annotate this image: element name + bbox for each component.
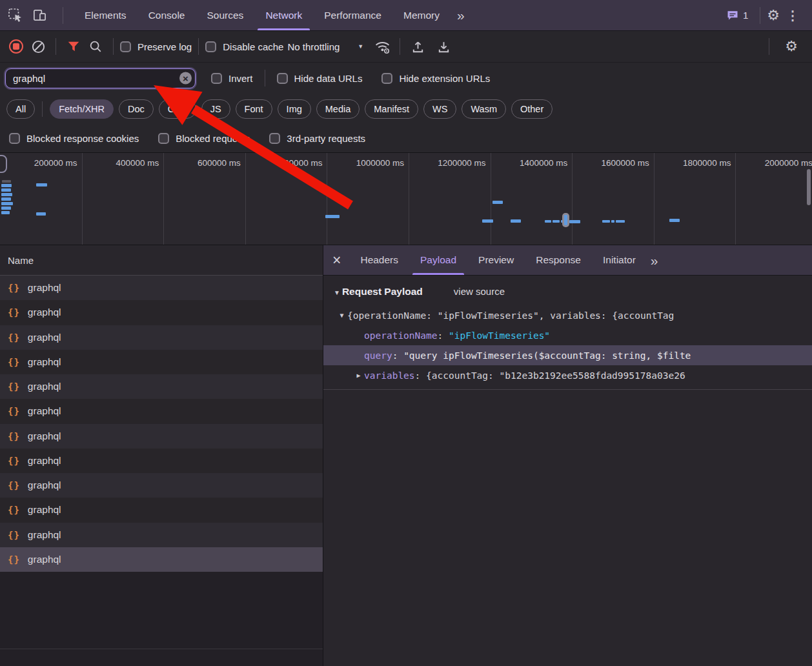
details-tab-headers[interactable]: Headers	[349, 245, 409, 275]
chip-wasm[interactable]: Wasm	[462, 99, 506, 119]
blocked-requests-label: Blocked requests	[176, 133, 250, 144]
chip-doc[interactable]: Doc	[119, 99, 154, 119]
tab-sources[interactable]: Sources	[196, 0, 255, 30]
json-request-icon: {}	[8, 554, 20, 565]
collapse-triangle-icon[interactable]: ▼	[334, 289, 340, 296]
request-row[interactable]: {}graphql	[0, 473, 323, 498]
3rd-party-requests-checkbox[interactable]: 3rd-party requests	[269, 133, 365, 144]
request-row[interactable]: {}graphql	[0, 399, 323, 423]
payload-row[interactable]: ▼{operationName: "ipFlowTimeseries", var…	[323, 305, 812, 325]
chip-all[interactable]: All	[6, 99, 35, 119]
throttling-dropdown[interactable]: No throttling ▼	[287, 41, 363, 52]
clear-filter-icon[interactable]: ×	[179, 72, 192, 85]
tab-performance[interactable]: Performance	[313, 0, 392, 30]
filter-funnel-icon[interactable]	[63, 35, 85, 57]
waterfall-bar	[1, 211, 10, 214]
payload-row[interactable]: query: "query ipFlowTimeseries($accountT…	[323, 345, 812, 365]
request-row[interactable]: {}graphql	[0, 350, 323, 374]
filter-input[interactable]	[5, 68, 196, 88]
divider	[113, 38, 114, 55]
tab-elements[interactable]: Elements	[74, 0, 137, 30]
device-toolbar-icon[interactable]	[32, 8, 47, 23]
tab-console[interactable]: Console	[137, 0, 196, 30]
request-row[interactable]: {}graphql	[0, 424, 323, 449]
waterfall-bar	[569, 220, 580, 223]
request-name: graphql	[28, 356, 61, 368]
hide-extension-urls-checkbox[interactable]: Hide extension URLs	[381, 73, 490, 84]
request-row[interactable]: {}graphql	[0, 547, 323, 572]
overview-left-handle[interactable]	[0, 155, 7, 173]
more-tabs-icon[interactable]: »	[451, 8, 471, 22]
request-row[interactable]: {}graphql	[0, 449, 323, 473]
details-tab-payload[interactable]: Payload	[409, 245, 467, 275]
hide-data-urls-checkbox[interactable]: Hide data URLs	[277, 73, 363, 84]
hide-data-urls-label: Hide data URLs	[294, 73, 363, 84]
chip-other[interactable]: Other	[511, 99, 553, 119]
blocked-response-cookies-checkbox[interactable]: Blocked response cookies	[9, 133, 139, 144]
issues-count: 1	[743, 10, 748, 21]
request-row[interactable]: {}graphql	[0, 498, 323, 522]
checkbox	[381, 73, 392, 84]
request-row[interactable]: {}graphql	[0, 374, 323, 399]
details-tabs: HeadersPayloadPreviewResponseInitiator	[349, 245, 646, 275]
chip-img[interactable]: Img	[278, 99, 311, 119]
json-request-icon: {}	[8, 307, 20, 318]
search-icon[interactable]	[85, 35, 107, 57]
chip-manifest[interactable]: Manifest	[365, 99, 418, 119]
clear-network-log-icon[interactable]	[27, 35, 49, 57]
payload-row[interactable]: operationName: "ipFlowTimeseries"	[323, 325, 812, 345]
details-tab-response[interactable]: Response	[525, 245, 592, 275]
json-request-icon: {}	[8, 530, 20, 540]
chip-fetch-xhr[interactable]: Fetch/XHR	[50, 99, 114, 119]
network-overview-timeline[interactable]: 200000 ms400000 ms600000 ms800000 ms1000…	[0, 153, 812, 245]
record-network-log-button[interactable]	[5, 35, 27, 57]
payload-text: variables	[364, 370, 415, 381]
disable-cache-checkbox[interactable]: Disable cache	[205, 41, 283, 52]
waterfall-bar	[564, 215, 567, 225]
waterfall-bar	[602, 220, 610, 223]
tab-memory[interactable]: Memory	[392, 0, 451, 30]
json-request-icon: {}	[8, 480, 20, 490]
request-row[interactable]: {}graphql	[0, 300, 323, 325]
inspect-element-icon[interactable]	[8, 8, 23, 23]
network-settings-gear-icon[interactable]: ⚙	[776, 39, 807, 54]
payload-tree: ▼{operationName: "ipFlowTimeseries", var…	[323, 305, 812, 390]
json-request-icon: {}	[8, 283, 20, 293]
request-row[interactable]: {}graphql	[0, 276, 323, 300]
details-tab-preview[interactable]: Preview	[467, 245, 525, 275]
timeline-tick-label: 200000 ms	[19, 158, 77, 168]
more-details-tabs-icon[interactable]: »	[647, 254, 662, 267]
payload-text: "query ipFlowTimeseries($accountTag: str…	[403, 350, 691, 361]
json-request-icon: {}	[8, 456, 20, 466]
chip-js[interactable]: JS	[201, 99, 230, 119]
request-payload-title: Request Payload	[342, 286, 423, 298]
request-row[interactable]: {}graphql	[0, 523, 323, 547]
settings-gear-icon[interactable]: ⚙	[767, 8, 780, 23]
waterfall-bar	[1, 184, 12, 187]
details-tab-initiator[interactable]: Initiator	[592, 245, 647, 275]
close-details-icon[interactable]: ×	[323, 253, 349, 268]
tree-triangle-icon[interactable]: ▼	[336, 312, 347, 319]
request-row[interactable]: {}graphql	[0, 325, 323, 350]
tree-triangle-icon[interactable]: ▶	[353, 372, 364, 379]
timeline-tick-label: 800000 ms	[264, 158, 322, 168]
preserve-log-checkbox[interactable]: Preserve log	[120, 41, 192, 52]
chip-ws[interactable]: WS	[423, 99, 456, 119]
issues-counter[interactable]: 1	[721, 9, 753, 22]
view-source-link[interactable]: view source	[454, 286, 505, 297]
chip-media[interactable]: Media	[316, 99, 360, 119]
extra-filter-checkboxes: Blocked response cookiesBlocked requests…	[0, 124, 812, 153]
name-column-header[interactable]: Name	[0, 245, 323, 276]
divider	[198, 38, 199, 55]
chip-css[interactable]: CSS	[159, 99, 196, 119]
network-conditions-icon[interactable]	[371, 35, 393, 57]
payload-row[interactable]: ▶variables: {accountTag: "b12e3b2192ee55…	[323, 365, 812, 385]
kebab-menu-icon[interactable]: ⋮	[780, 8, 806, 23]
import-har-icon[interactable]	[407, 35, 429, 57]
blocked-requests-checkbox[interactable]: Blocked requests	[158, 133, 250, 144]
invert-checkbox[interactable]: Invert	[211, 73, 253, 84]
chip-font[interactable]: Font	[236, 99, 272, 119]
timeline-tick-label: 1400000 ms	[509, 158, 567, 168]
tab-network[interactable]: Network	[254, 0, 313, 30]
export-har-icon[interactable]	[432, 35, 454, 57]
